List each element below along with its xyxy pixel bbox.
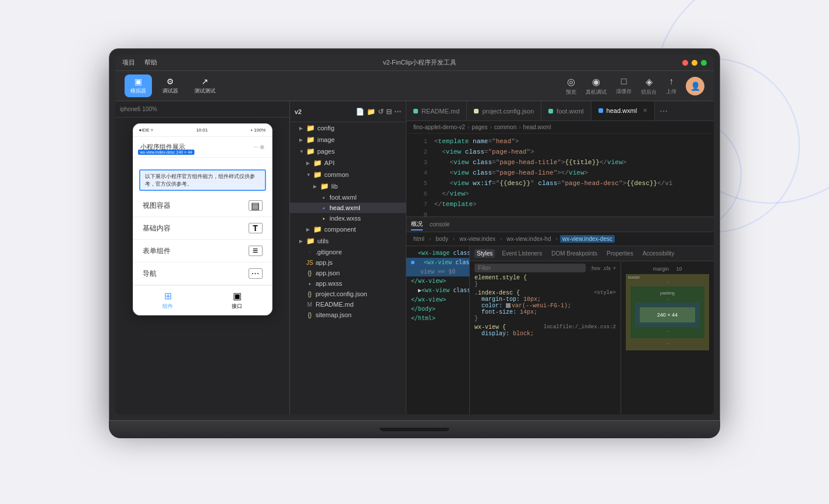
highlight-text-box: 以下展示小程序官方组件能力，组件样式仅供参考，官方仅供参考。 — [139, 169, 266, 191]
tree-api[interactable]: ▶ 📁 API — [290, 157, 406, 169]
element-selector: html › body › wx-view.index › wx-view.in… — [406, 232, 714, 246]
tree-app-json[interactable]: ▶ {} app.json — [290, 268, 406, 278]
tree-app-js[interactable]: ▶ JS app.js — [290, 257, 406, 268]
tree-index-wxss[interactable]: ▶ ▪ index.wxss — [290, 213, 406, 223]
file-icon: ▪ — [320, 194, 327, 201]
tab-dot — [413, 109, 418, 113]
elem-html[interactable]: html — [411, 235, 427, 243]
signal-icon: ●IDE ▿ — [139, 127, 153, 133]
tree-gitignore[interactable]: ▶ · .gitignore — [290, 247, 406, 257]
file-tree-panel: v2 📄 📁 ↺ ⊟ ⋯ ▶ 📁 config — [290, 101, 406, 414]
bottom-tab-console[interactable]: console — [430, 220, 449, 229]
tab-foot-wxml[interactable]: foot.wxml — [541, 101, 591, 121]
tree-image[interactable]: ▶ 📁 image — [290, 134, 406, 145]
tree-app-wxss[interactable]: ▶ ▪ app.wxss — [290, 278, 406, 289]
styles-tab-dom[interactable]: DOM Breakpoints — [549, 249, 600, 258]
elem-body[interactable]: body — [433, 235, 451, 243]
collapse-icon[interactable]: ⊟ — [386, 108, 392, 116]
simulator-button[interactable]: ▣ 模拟器 — [125, 74, 152, 97]
close-button[interactable] — [682, 60, 688, 66]
tree-component[interactable]: ▶ 📁 component — [290, 223, 406, 235]
real-machine-action[interactable]: ◉ 真机调试 — [586, 76, 607, 96]
tree-utils[interactable]: ▶ 📁 utils — [290, 235, 406, 247]
tree-readme[interactable]: ▶ M README.md — [290, 299, 406, 310]
menu-help[interactable]: 帮助 — [144, 58, 157, 67]
more-tabs-icon[interactable]: ⋯ — [655, 107, 672, 116]
folder-icon: 📁 — [313, 225, 322, 233]
highlight-box: wx-view.index-desc 240 × 44 以下展示小程序官方组件能… — [133, 158, 272, 194]
test-button[interactable]: ↗ 测试测试 — [189, 74, 221, 97]
styles-tab-accessibility[interactable]: Accessibility — [640, 249, 676, 258]
avatar-button[interactable]: 👤 — [686, 77, 704, 95]
tab-head-wxml[interactable]: head.wxml ✕ — [591, 101, 656, 121]
styles-tab-properties[interactable]: Properties — [604, 249, 636, 258]
add-style[interactable]: + — [613, 265, 616, 271]
new-file-icon[interactable]: 📄 — [356, 108, 364, 116]
clear-cache-icon: □ — [621, 76, 627, 87]
tree-item-label: README.md — [316, 301, 353, 308]
clear-cache-action[interactable]: □ 清缓存 — [616, 76, 632, 95]
section-form-label: 表单组件 — [143, 246, 171, 256]
tab-project-config[interactable]: project.config.json — [467, 101, 541, 121]
tree-item-label: head.wxml — [330, 204, 360, 211]
new-folder-icon[interactable]: 📁 — [367, 108, 375, 116]
upload-action[interactable]: ↑ 上传 — [666, 76, 676, 95]
tree-pages[interactable]: ▼ 📁 pages — [290, 145, 406, 157]
nav-component[interactable]: ⊞ 组件 — [133, 286, 203, 315]
section-basic-label: 基础内容 — [143, 223, 171, 233]
tab-readme[interactable]: README.md — [406, 101, 467, 121]
hov-toggle[interactable]: :hov — [590, 265, 600, 271]
tree-head-wxml[interactable]: ▶ ▪ head.wxml — [290, 203, 406, 213]
menu-project[interactable]: 项目 — [122, 58, 135, 67]
tab-label: head.wxml — [607, 107, 637, 114]
refresh-icon[interactable]: ↺ — [378, 108, 384, 116]
minimize-button[interactable] — [692, 60, 697, 66]
styles-tab-styles[interactable]: Styles — [474, 249, 495, 258]
html-line: </html> — [406, 314, 469, 323]
more-icon[interactable]: ⋯ — [394, 108, 401, 116]
code-editor[interactable]: 1 <template name="head"> 2 <view class="… — [406, 134, 714, 216]
section-form-icon: ≡ — [249, 246, 263, 256]
breadcrumb-common: common — [494, 124, 516, 130]
tab-label: README.md — [421, 108, 459, 115]
breadcrumb-pages: pages — [472, 124, 487, 130]
html-preview[interactable]: <wx-image class="index-logo" src="../res… — [406, 246, 469, 414]
upload-label: 上传 — [666, 88, 676, 95]
tab-close-icon[interactable]: ✕ — [643, 107, 647, 113]
code-line: 6 </view> — [406, 189, 714, 199]
folder-icon: 📁 — [313, 171, 322, 179]
cut-backend-action[interactable]: ◈ 切后台 — [641, 76, 657, 96]
margin-label: margin 10 — [626, 266, 709, 272]
code-line: 3 <view class="page-head-title">{{title}… — [406, 157, 714, 168]
maximize-button[interactable] — [701, 60, 707, 66]
real-machine-icon: ◉ — [592, 76, 600, 87]
phone-title-actions[interactable]: ··· ⊕ — [253, 144, 264, 150]
tree-root-label: v2 — [295, 108, 302, 115]
section-nav-label: 导航 — [143, 269, 157, 279]
tree-lib[interactable]: ▶ 📁 lib — [290, 180, 406, 192]
nav-interface[interactable]: ▣ 接口 — [203, 286, 272, 315]
elem-wx-view-index-desc[interactable]: wx-view.index-desc — [560, 235, 615, 243]
styles-tab-event[interactable]: Event Listeners — [499, 249, 544, 258]
elem-wx-view-index-hd[interactable]: wx-view.index-hd — [504, 235, 553, 243]
elem-wx-view-index[interactable]: wx-view.index — [457, 235, 498, 243]
debugger-button[interactable]: ⚙ 调试器 — [157, 74, 184, 97]
tree-foot-wxml[interactable]: ▶ ▪ foot.wxml — [290, 192, 406, 203]
tree-project-config[interactable]: ▶ {} project.config.json — [290, 289, 406, 299]
code-line: 7 </template> — [406, 199, 714, 210]
tree-sitemap[interactable]: ▶ {} sitemap.json — [290, 310, 406, 320]
filter-input[interactable] — [474, 264, 586, 272]
code-line: 4 <view class="page-head-line"></view> — [406, 168, 714, 178]
tree-config[interactable]: ▶ 📁 config — [290, 122, 406, 134]
html-line-highlighted: <wx-view class="index-desc">以下展示小程序官方组件能… — [406, 258, 469, 267]
preview-action[interactable]: ◎ 预览 — [566, 76, 576, 96]
cls-toggle[interactable]: .cls — [603, 265, 611, 271]
cut-backend-label: 切后台 — [641, 88, 657, 96]
bottom-tab-overview[interactable]: 概况 — [411, 219, 423, 230]
styles-panel: Styles Event Listeners DOM Breakpoints P… — [469, 246, 714, 414]
style-rule-index-desc: .index-desc { <style> margin-top: 10px; … — [474, 290, 616, 322]
test-icon: ↗ — [201, 77, 208, 86]
tree-common[interactable]: ▼ 📁 common — [290, 169, 406, 180]
tree-item-label: utils — [317, 237, 329, 244]
phone-nav: ⊞ 组件 ▣ 接口 — [133, 285, 272, 315]
